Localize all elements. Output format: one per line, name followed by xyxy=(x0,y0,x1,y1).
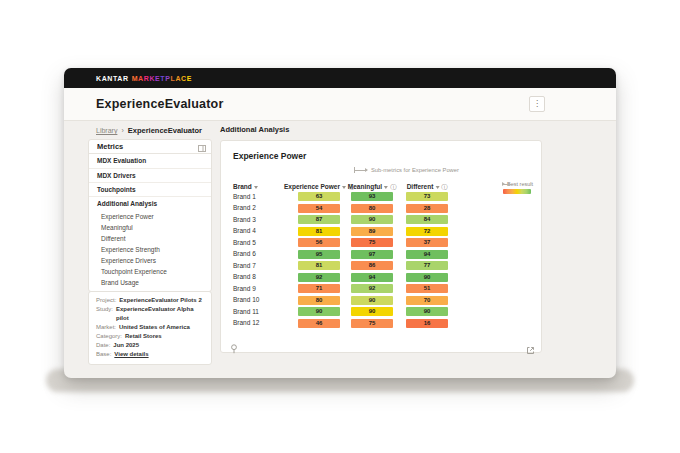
score-cell: 71 xyxy=(298,284,340,293)
score-cell: 92 xyxy=(298,273,340,282)
column-header-label: Meaningful xyxy=(348,183,382,190)
info-value: ExperienceEvaluator Pilots 2 xyxy=(119,296,201,305)
project-info-card: Project:ExperienceEvaluator Pilots 2Stud… xyxy=(88,291,212,365)
view-details-link[interactable]: View details xyxy=(114,350,148,359)
score-cell: 54 xyxy=(298,204,340,213)
score-cell: 90 xyxy=(351,215,393,224)
table-row: Brand 10809070 xyxy=(221,295,541,307)
score-cell: 51 xyxy=(406,284,448,293)
info-icon[interactable]: ⓘ xyxy=(441,184,447,190)
sidebar-subitem-experience-power[interactable]: Experience Power xyxy=(89,211,211,222)
brand-label: Brand 1 xyxy=(233,193,256,200)
metrics-panel-header: Metrics xyxy=(89,140,211,154)
score-cell: 46 xyxy=(298,319,340,328)
pin-icon[interactable] xyxy=(230,340,238,358)
page: KANTAR MARKETPLACE ExperienceEvaluator ⋮… xyxy=(0,0,680,453)
sidebar-subitem-touchpoint-experience[interactable]: Touchpoint Experience xyxy=(89,266,211,277)
sidebar-item-touchpoints[interactable]: Touchpoints xyxy=(89,182,211,196)
score-cell: 90 xyxy=(351,296,393,305)
score-cell: 86 xyxy=(351,261,393,270)
score-cell: 81 xyxy=(298,261,340,270)
column-header-label: Experience Power xyxy=(284,183,340,190)
collapse-panel-icon[interactable] xyxy=(198,143,206,157)
brand-label: Brand 6 xyxy=(233,250,256,257)
score-cell: 16 xyxy=(406,319,448,328)
table-row: Brand 12467516 xyxy=(221,318,541,330)
table-row: Brand 9719251 xyxy=(221,283,541,295)
score-cell: 63 xyxy=(298,192,340,201)
kebab-menu-button[interactable]: ⋮ xyxy=(529,96,545,112)
score-cell: 72 xyxy=(406,227,448,236)
brand-label: Brand 11 xyxy=(233,308,259,315)
project-info-row: Market:United States of America xyxy=(96,323,204,332)
brand-topbar: KANTAR MARKETPLACE xyxy=(64,68,616,88)
section-title: Additional Analysis xyxy=(220,125,289,134)
table-row: Brand 2548028 xyxy=(221,203,541,215)
table-row: Brand 3879084 xyxy=(221,214,541,226)
export-icon[interactable] xyxy=(526,341,535,359)
project-info-row: Category:Retail Stores xyxy=(96,332,204,341)
info-label: Date: xyxy=(96,341,110,350)
score-cell: 28 xyxy=(406,204,448,213)
logo-marketplace: MARKETPLACE xyxy=(132,75,192,82)
submetrics-arrow-icon xyxy=(354,167,368,173)
brand-label: Brand 7 xyxy=(233,262,256,269)
sidebar-item-mdx-evaluation[interactable]: MDX Evaluation xyxy=(89,154,211,168)
breadcrumb-library-link[interactable]: Library xyxy=(96,127,117,134)
info-value: Retail Stores xyxy=(125,332,162,341)
brand-label: Brand 4 xyxy=(233,227,256,234)
card-title: Experience Power xyxy=(233,151,306,161)
project-info-row: Study:ExperienceEvaluator Alpha pilot xyxy=(96,305,204,323)
project-info-row: Base:View details xyxy=(96,350,204,359)
table-row: Brand 7818677 xyxy=(221,260,541,272)
sidebar-subitem-different[interactable]: Different xyxy=(89,233,211,244)
sort-caret-icon xyxy=(254,186,258,189)
sidebar-sub-items: Experience PowerMeaningfulDifferentExper… xyxy=(89,210,211,291)
sidebar-item-mdx-drivers[interactable]: MDX Drivers xyxy=(89,168,211,182)
sidebar-item-additional-analysis[interactable]: Additional Analysis xyxy=(89,196,211,210)
score-cell: 90 xyxy=(351,307,393,316)
sidebar-subitem-brand-usage[interactable]: Brand Usage xyxy=(89,277,211,288)
brand-label: Brand 8 xyxy=(233,273,256,280)
app-window: KANTAR MARKETPLACE ExperienceEvaluator ⋮… xyxy=(64,68,616,378)
score-cell: 94 xyxy=(351,273,393,282)
page-title: ExperienceEvaluator xyxy=(96,88,223,121)
breadcrumb-current: ExperienceEvaluator xyxy=(128,126,202,135)
score-cell: 75 xyxy=(351,238,393,247)
brand-label: Brand 3 xyxy=(233,216,256,223)
sidebar-subitem-meaningful[interactable]: Meaningful xyxy=(89,222,211,233)
score-cell: 84 xyxy=(406,215,448,224)
info-label: Category: xyxy=(96,332,122,341)
score-cell: 56 xyxy=(298,238,340,247)
legend-arrow-icon xyxy=(503,183,505,186)
score-table: Brand 1639373Brand 2548028Brand 3879084B… xyxy=(221,191,541,329)
score-cell: 90 xyxy=(406,273,448,282)
score-cell: 90 xyxy=(298,307,340,316)
info-label: Project: xyxy=(96,296,116,305)
info-icon[interactable]: ⓘ xyxy=(390,184,396,190)
sort-caret-icon xyxy=(435,186,439,189)
score-cell: 75 xyxy=(351,319,393,328)
brand-label: Brand 5 xyxy=(233,239,256,246)
project-info-row: Date:Jun 2025 xyxy=(96,341,204,350)
info-value: United States of America xyxy=(119,323,190,332)
breadcrumb-separator: › xyxy=(121,127,123,134)
experience-power-card: Experience Power Sub-metrics for Experie… xyxy=(220,140,542,353)
kebab-menu-icon: ⋮ xyxy=(533,99,541,108)
score-cell: 93 xyxy=(351,192,393,201)
score-cell: 77 xyxy=(406,261,448,270)
brand-label: Brand 2 xyxy=(233,204,256,211)
score-cell: 80 xyxy=(298,296,340,305)
kantar-marketplace-logo: KANTAR MARKETPLACE xyxy=(96,75,192,82)
sidebar-subitem-experience-strength[interactable]: Experience Strength xyxy=(89,244,211,255)
column-header-brand[interactable]: Brand xyxy=(233,183,258,190)
project-info-row: Project:ExperienceEvaluator Pilots 2 xyxy=(96,296,204,305)
table-row: Brand 4818972 xyxy=(221,226,541,238)
info-label: Market: xyxy=(96,323,116,332)
score-cell: 90 xyxy=(406,307,448,316)
info-label: Study: xyxy=(96,305,113,323)
score-cell: 80 xyxy=(351,204,393,213)
submetrics-note-label: Sub-metrics for Experience Power xyxy=(371,167,459,173)
sidebar-main-items: MDX EvaluationMDX DriversTouchpointsAddi… xyxy=(89,154,211,210)
sidebar-subitem-experience-drivers[interactable]: Experience Drivers xyxy=(89,255,211,266)
